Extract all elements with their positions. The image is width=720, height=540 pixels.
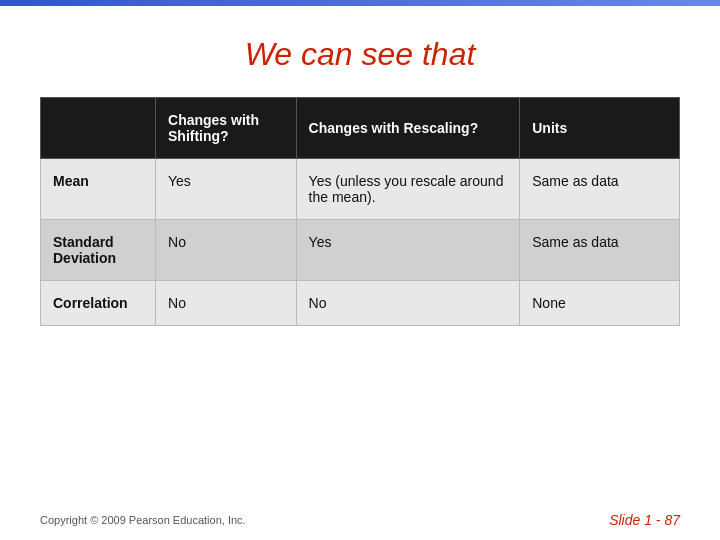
slide-number: Slide 1 - 87 bbox=[609, 512, 680, 528]
table-body: Mean Yes Yes (unless you rescale around … bbox=[41, 159, 680, 326]
row1-col1: Yes bbox=[156, 159, 297, 220]
header-col1: Changes with Shifting? bbox=[156, 98, 297, 159]
slide-title: We can see that bbox=[245, 36, 476, 73]
main-table: Changes with Shifting? Changes with Resc… bbox=[40, 97, 680, 326]
footer: Copyright © 2009 Pearson Education, Inc.… bbox=[40, 512, 680, 528]
row1-label: Mean bbox=[41, 159, 156, 220]
header-col3: Units bbox=[520, 98, 680, 159]
row2-col2: Yes bbox=[296, 220, 520, 281]
row3-col1: No bbox=[156, 281, 297, 326]
row2-col1: No bbox=[156, 220, 297, 281]
header-col0 bbox=[41, 98, 156, 159]
table-row: Mean Yes Yes (unless you rescale around … bbox=[41, 159, 680, 220]
row2-col3: Same as data bbox=[520, 220, 680, 281]
row3-col2: No bbox=[296, 281, 520, 326]
slide-container: We can see that Changes with Shifting? C… bbox=[0, 6, 720, 540]
header-col2: Changes with Rescaling? bbox=[296, 98, 520, 159]
table-wrapper: Changes with Shifting? Changes with Resc… bbox=[40, 97, 680, 326]
copyright-text: Copyright © 2009 Pearson Education, Inc. bbox=[40, 514, 246, 526]
row2-label: Standard Deviation bbox=[41, 220, 156, 281]
table-row: Correlation No No None bbox=[41, 281, 680, 326]
row3-label: Correlation bbox=[41, 281, 156, 326]
table-row: Standard Deviation No Yes Same as data bbox=[41, 220, 680, 281]
table-header-row: Changes with Shifting? Changes with Resc… bbox=[41, 98, 680, 159]
row1-col3: Same as data bbox=[520, 159, 680, 220]
row1-col2: Yes (unless you rescale around the mean)… bbox=[296, 159, 520, 220]
row3-col3: None bbox=[520, 281, 680, 326]
